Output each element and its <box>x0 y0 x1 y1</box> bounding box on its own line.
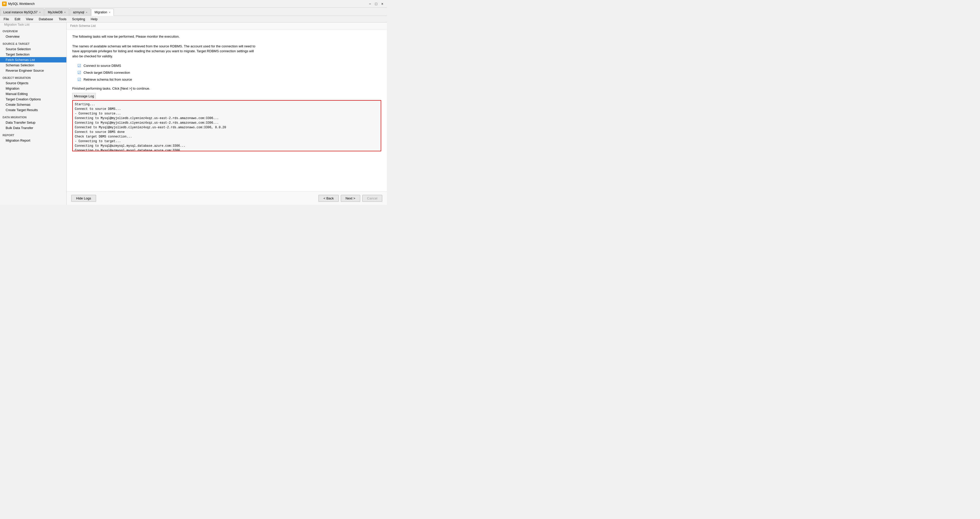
log-line: Check target DBMS connection... <box>75 135 379 139</box>
sidebar-section-source---target: SOURCE & TARGET <box>0 40 66 46</box>
description2: The names of available schemas will be r… <box>72 44 257 59</box>
task-list: ☑Connect to source DBMS☑Check target DBM… <box>77 63 381 82</box>
task-item: ☑Retrieve schema list from source <box>77 77 381 82</box>
checkmark-icon: ☑ <box>77 70 81 75</box>
menu-item-help[interactable]: Help <box>88 17 100 22</box>
main-layout: Migration Task List OVERVIEWOverviewSOUR… <box>0 22 387 205</box>
close-button[interactable]: × <box>380 1 385 6</box>
log-line: Connecting to Mysql@azmysql.mysql.databa… <box>75 144 379 148</box>
menu-item-edit[interactable]: Edit <box>12 17 23 22</box>
sidebar-item-create-target-results[interactable]: Create Target Results <box>0 107 66 113</box>
menu-item-tools[interactable]: Tools <box>56 17 69 22</box>
tab-local-instance-mysql57[interactable]: Local instance MySQL57× <box>0 8 44 16</box>
menu-item-view[interactable]: View <box>23 17 36 22</box>
sidebar-item-fetch-schemas-list[interactable]: Fetch Schemas List <box>0 57 66 62</box>
footer: Hide Logs < Back Next > Cancel <box>67 192 387 205</box>
hide-logs-button[interactable]: Hide Logs <box>71 195 96 202</box>
log-line: - Connecting to target... <box>75 139 379 144</box>
task-item: ☑Check target DBMS connection <box>77 70 381 75</box>
title-bar-left: M MySQL Workbench <box>2 2 35 6</box>
next-button[interactable]: Next > <box>341 195 360 202</box>
sidebar-item-manual-editing[interactable]: Manual Editing <box>0 91 66 97</box>
content-area: Fetch Schema List The following tasks wi… <box>67 22 387 205</box>
log-line: Connect to source DBMS... <box>75 107 379 111</box>
log-line: - Connecting to source... <box>75 111 379 116</box>
sidebar-item-data-transfer-setup[interactable]: Data Transfer Setup <box>0 120 66 125</box>
title-bar: M MySQL Workbench − □ × <box>0 0 387 8</box>
message-log-section: Message Log Starting...Connect to source… <box>72 93 381 151</box>
log-line: Connect to source DBMS done <box>75 130 379 135</box>
minimize-button[interactable]: − <box>368 1 372 6</box>
footer-right: < Back Next > Cancel <box>318 195 382 202</box>
log-line: Connecting to Mysql@azmysql.mysql.databa… <box>75 148 379 151</box>
tab-close-icon[interactable]: × <box>64 11 65 14</box>
menu-item-database[interactable]: Database <box>36 17 56 22</box>
sidebar-item-migration[interactable]: Migration <box>0 86 66 91</box>
sidebar-item-reverse-engineer-source[interactable]: Reverse Engineer Source <box>0 68 66 73</box>
task-label: Connect to source DBMS <box>84 64 121 68</box>
tab-label: Migration <box>95 11 107 14</box>
sidebar-item-target-selection[interactable]: Target Selection <box>0 52 66 57</box>
tab-label: azmysql <box>73 11 84 14</box>
tab-label: MyJolieDB <box>48 11 62 14</box>
tab-close-icon[interactable]: × <box>109 11 110 14</box>
sidebar-item-source-selection[interactable]: Source Selection <box>0 46 66 52</box>
log-line: Connecting to Mysql@myjoliedb.clyeniez4x… <box>75 121 379 125</box>
app-icon: M <box>2 2 7 6</box>
sidebar-item-overview[interactable]: Overview <box>0 34 66 39</box>
description1: The following tasks will now be performe… <box>72 34 257 39</box>
tab-close-icon[interactable]: × <box>39 11 40 14</box>
sidebar-item-create-schemas[interactable]: Create Schemas <box>0 102 66 107</box>
app-title: MySQL Workbench <box>8 2 35 6</box>
checkmark-icon: ☑ <box>77 63 81 68</box>
tab-bar: Local instance MySQL57×MyJolieDB×azmysql… <box>0 8 387 16</box>
tab-migration[interactable]: Migration× <box>91 9 114 16</box>
sidebar-item-bulk-data-transfer[interactable]: Bulk Data Transfer <box>0 125 66 130</box>
sidebar-item-source-objects[interactable]: Source Objects <box>0 80 66 86</box>
content-body: The following tasks will now be performe… <box>67 29 387 192</box>
sidebar-section-object-migration: OBJECT MIGRATION <box>0 74 66 80</box>
sidebar-item-migration-report[interactable]: Migration Report <box>0 138 66 143</box>
tab-myjoliedb[interactable]: MyJolieDB× <box>45 8 69 16</box>
message-log-box[interactable]: Starting...Connect to source DBMS...- Co… <box>72 100 381 151</box>
content-header: Fetch Schema List <box>67 22 387 29</box>
log-line: Starting... <box>75 102 379 107</box>
task-item: ☑Connect to source DBMS <box>77 63 381 68</box>
menu-bar: FileEditViewDatabaseToolsScriptingHelp <box>0 16 387 22</box>
message-log-label: Message Log <box>72 93 96 99</box>
log-line: Connected to Mysql@myjoliedb.clyeniez4xq… <box>75 125 379 130</box>
sidebar-panel-label: Migration Task List <box>0 22 66 27</box>
finish-text: Finished performing tasks. Click [Next >… <box>72 87 381 90</box>
checkmark-icon: ☑ <box>77 77 81 82</box>
sidebar-item-target-creation-options[interactable]: Target Creation Options <box>0 97 66 102</box>
tab-label: Local instance MySQL57 <box>3 11 37 14</box>
sidebar-item-schemas-selection[interactable]: Schemas Selection <box>0 62 66 68</box>
back-button[interactable]: < Back <box>318 195 339 202</box>
task-label: Check target DBMS connection <box>84 71 130 75</box>
title-bar-controls: − □ × <box>368 1 385 6</box>
task-label: Retrieve schema list from source <box>84 78 132 81</box>
sidebar-section-overview: OVERVIEW <box>0 28 66 34</box>
sidebar-section-report: REPORT <box>0 132 66 138</box>
tab-azmysql[interactable]: azmysql× <box>70 8 91 16</box>
menu-item-scripting[interactable]: Scripting <box>70 17 88 22</box>
footer-left: Hide Logs <box>71 195 96 202</box>
tab-close-icon[interactable]: × <box>86 11 88 14</box>
log-line: Connecting to Mysql@myjoliedb.clyeniez4x… <box>75 116 379 121</box>
sidebar: Migration Task List OVERVIEWOverviewSOUR… <box>0 22 67 205</box>
cancel-button[interactable]: Cancel <box>362 195 382 202</box>
menu-item-file[interactable]: File <box>1 17 11 22</box>
maximize-button[interactable]: □ <box>374 1 379 6</box>
sidebar-section-data-migration: DATA MIGRATION <box>0 114 66 120</box>
